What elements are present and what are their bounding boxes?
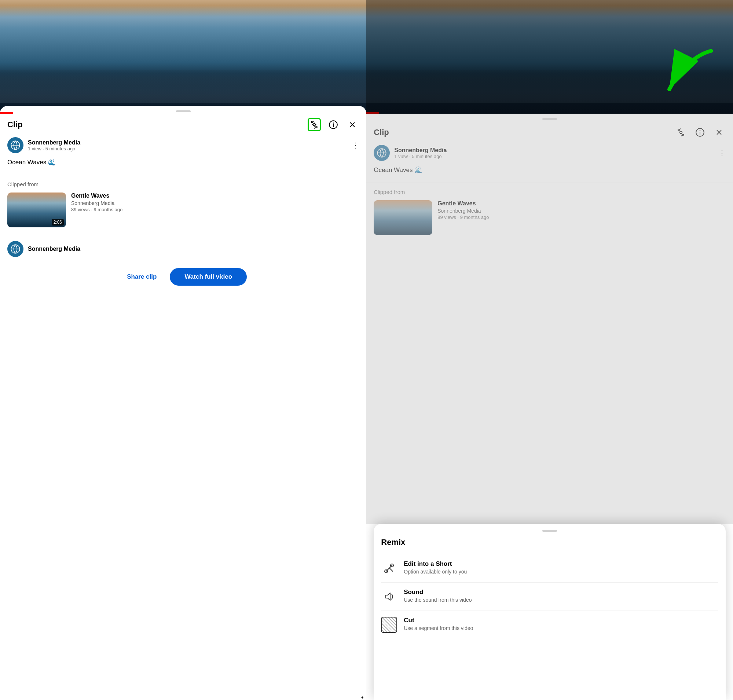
video-meta: Gentle Waves Sonnenberg Media 89 views ·… (71, 193, 122, 212)
info-button[interactable] (327, 118, 340, 131)
drag-handle[interactable] (176, 110, 191, 112)
source-video-author: Sonnenberg Media (71, 200, 122, 206)
sound-icon (381, 588, 397, 604)
close-button[interactable] (346, 118, 359, 131)
edit-short-title: Edit into a Short (404, 560, 467, 568)
bottom-channel-name: Sonnenberg Media (28, 246, 80, 252)
channel-left: Sonnenberg Media 1 view · 5 minutes ago (7, 137, 80, 153)
remix-drag-handle[interactable] (542, 530, 557, 532)
left-panel: Clip + (0, 0, 366, 700)
remix-item-edit-short[interactable]: Edit into a Short Option available only … (381, 554, 718, 583)
source-video-title: Gentle Waves (71, 193, 122, 199)
edit-short-text: Edit into a Short Option available only … (404, 560, 467, 575)
cut-desc: Use a segment from this video (404, 625, 473, 631)
wave-layer (0, 74, 366, 103)
video-title: Ocean Waves 🌊 (7, 159, 359, 166)
cut-icon-box (381, 617, 397, 633)
cut-text: Cut Use a segment from this video (404, 617, 473, 631)
header-icons: + (308, 118, 359, 131)
video-progress-bar (0, 112, 13, 114)
source-video-views: 89 views · 9 months ago (71, 207, 122, 212)
bottom-channel-avatar[interactable] (7, 241, 24, 257)
watch-full-video-button[interactable]: Watch full video (170, 268, 247, 286)
more-options-button[interactable]: ⋮ (352, 141, 359, 150)
sheet-title: Clip (7, 120, 23, 129)
green-arrow (652, 48, 718, 99)
channel-info: Sonnenberg Media 1 view · 5 minutes ago (28, 139, 80, 151)
remix-item-sound[interactable]: Sound Use the sound from this video (381, 583, 718, 611)
channel-name: Sonnenberg Media (28, 139, 80, 146)
remix-sheet: Remix Edit into a Short Option available… (374, 524, 726, 700)
divider-1 (0, 175, 366, 175)
action-buttons: Share clip Watch full video (7, 268, 359, 286)
channel-meta: 1 view · 5 minutes ago (28, 146, 80, 151)
channel-row: Sonnenberg Media 1 view · 5 minutes ago … (7, 137, 359, 153)
video-background (0, 0, 366, 114)
edit-short-desc: Option available only to you (404, 569, 467, 575)
share-clip-button[interactable]: Share clip (119, 268, 164, 286)
sound-desc: Use the sound from this video (404, 597, 471, 603)
video-duration: 2:06 (52, 219, 64, 225)
video-thumbnail[interactable]: 2:06 (7, 193, 66, 227)
right-panel: Clip (366, 0, 733, 700)
sound-title: Sound (404, 588, 471, 596)
svg-text:+: + (361, 695, 364, 699)
sound-text: Sound Use the sound from this video (404, 588, 471, 603)
svg-point-0 (313, 124, 316, 126)
bottom-channel: Sonnenberg Media (7, 241, 359, 257)
remix-item-cut[interactable]: Cut Use a segment from this video (381, 611, 718, 639)
remix-sheet-title: Remix (381, 538, 718, 547)
bottom-sheet: Clip + (0, 106, 366, 700)
sheet-header: Clip + (7, 118, 359, 131)
clipped-video-row: 2:06 Gentle Waves Sonnenberg Media 89 vi… (7, 193, 359, 227)
cut-icon (381, 617, 397, 633)
edit-short-icon (381, 560, 397, 576)
dimmed-overlay (366, 114, 733, 524)
divider-2 (0, 235, 366, 235)
remix-button[interactable]: + (308, 118, 321, 131)
cut-title: Cut (404, 617, 473, 624)
clipped-from-label: Clipped from (7, 181, 359, 187)
channel-avatar[interactable] (7, 137, 24, 153)
